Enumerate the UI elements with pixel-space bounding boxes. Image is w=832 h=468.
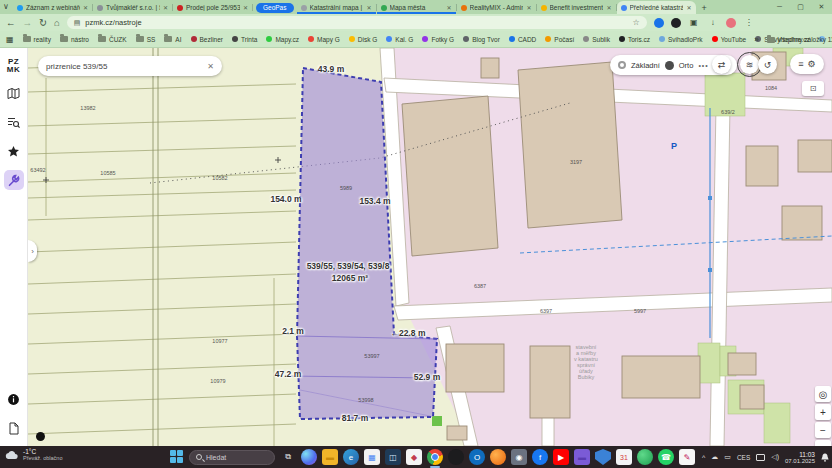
basic-map-label[interactable]: Základní: [631, 61, 660, 70]
navy-app-icon[interactable]: ◫: [385, 449, 401, 465]
clock[interactable]: 11:03 07.01.2025: [785, 451, 815, 464]
downloads-icon[interactable]: ↓: [707, 18, 719, 27]
camera-app-icon[interactable]: ◉: [511, 449, 527, 465]
maximize-button[interactable]: ▢: [790, 0, 811, 13]
bookmark-item[interactable]: Blog Tvor: [463, 36, 500, 43]
white-app-icon[interactable]: ▦: [364, 449, 380, 465]
tab-close-icon[interactable]: ✕: [686, 4, 691, 11]
url-text[interactable]: pzmk.cz/nastroje: [85, 18, 627, 27]
address-bar[interactable]: ▤ pzmk.cz/nastroje ☆: [67, 16, 647, 29]
bookmark-item[interactable]: CADD: [509, 36, 536, 43]
chrome-icon[interactable]: [427, 449, 443, 465]
bookmark-item[interactable]: Mapy.cz: [266, 36, 299, 43]
tab-close-icon[interactable]: ✕: [446, 4, 451, 11]
screenshot-pen-app-icon[interactable]: ✎: [679, 449, 695, 465]
tab-close-icon[interactable]: ✕: [243, 4, 248, 11]
weather-widget[interactable]: -1°C Převáž. oblačno: [4, 448, 62, 461]
browser-tab[interactable]: Katastrální mapa | GeoPa✕: [297, 1, 376, 14]
drop-app-icon[interactable]: ◆: [406, 449, 422, 465]
zoom-in-button[interactable]: +: [815, 404, 831, 420]
task-view-icon[interactable]: ⧉: [280, 449, 296, 465]
tab-close-icon[interactable]: ✕: [366, 4, 371, 11]
notification-bell-icon[interactable]: [821, 453, 829, 462]
outlook-icon[interactable]: O: [469, 449, 485, 465]
minimize-button[interactable]: ─: [769, 0, 790, 13]
browser-tab[interactable]: RealityMIX - Administrac✕: [457, 1, 536, 14]
bookmark-item[interactable]: reality: [23, 36, 51, 43]
info-icon[interactable]: [4, 389, 24, 409]
extension-dark-icon[interactable]: [671, 18, 681, 28]
bookmarks-overflow-icon[interactable]: »: [754, 35, 758, 44]
youtube-icon[interactable]: ▶: [553, 449, 569, 465]
tab-close-icon[interactable]: ✕: [606, 4, 611, 11]
search-value[interactable]: prizrenice 539/55: [46, 62, 207, 71]
bookmark-item[interactable]: Toris.cz: [619, 36, 650, 43]
tools-wrench-icon[interactable]: [4, 170, 24, 190]
calendar-app-icon[interactable]: 31: [616, 449, 632, 465]
hamburger-menu-icon[interactable]: ≡: [798, 59, 803, 69]
bookmark-item[interactable]: Kal. G: [386, 36, 413, 43]
purple-folder-app-icon[interactable]: ▬: [574, 449, 590, 465]
taskbar-search[interactable]: Hledat: [189, 450, 275, 465]
reload-icon[interactable]: ↻: [39, 17, 47, 28]
language-indicator[interactable]: CES: [737, 454, 750, 461]
map-canvas[interactable]: 43.9 m154.0 m153.4 m539/55, 539/54, 539/…: [28, 48, 832, 446]
compass-button[interactable]: ⇄: [712, 55, 731, 74]
forward-icon[interactable]: →: [23, 17, 33, 28]
bookmark-item[interactable]: Bezliner: [191, 36, 223, 43]
bookmark-item[interactable]: nástro: [60, 36, 89, 43]
orange-circle-app-icon[interactable]: [490, 449, 506, 465]
file-explorer-icon[interactable]: ▬: [322, 449, 338, 465]
tab-close-icon[interactable]: ✕: [526, 4, 531, 11]
browser-tab[interactable]: Tvůjmakléř s.r.o. | Systém✕: [93, 1, 172, 14]
layers-search-icon[interactable]: [4, 112, 24, 132]
basic-map-radio-icon[interactable]: [618, 61, 626, 69]
clear-search-icon[interactable]: ✕: [207, 62, 214, 71]
tray-kbd-icon[interactable]: ▭: [724, 453, 731, 461]
bookmark-item[interactable]: Počasí: [545, 36, 574, 43]
ortho-map-radio-icon[interactable]: [665, 61, 674, 70]
profile-avatar[interactable]: [726, 18, 736, 28]
shield-app-icon[interactable]: [595, 449, 611, 465]
bookmark-star-icon[interactable]: ☆: [633, 18, 640, 27]
browser-tab[interactable]: Prodej pole 25/953 m². M✕: [173, 1, 252, 14]
history-button[interactable]: ↺: [758, 55, 777, 74]
bookmark-item[interactable]: Disk G: [349, 36, 378, 43]
bookmark-item[interactable]: Sublik: [583, 36, 610, 43]
settings-gear-icon[interactable]: ⚙: [808, 59, 816, 69]
bookmark-item[interactable]: SS: [136, 36, 156, 43]
bookmark-item[interactable]: Trinta: [232, 36, 257, 43]
document-icon[interactable]: [4, 418, 24, 438]
onedrive-cloud-icon[interactable]: ☁: [711, 453, 718, 461]
browser-tab[interactable]: Mapa města✕: [377, 1, 456, 14]
speaker-icon[interactable]: ◁): [771, 453, 779, 461]
bookmark-item[interactable]: Mapy G: [308, 36, 340, 43]
close-button[interactable]: ✕: [811, 0, 832, 13]
favorites-star-icon[interactable]: [4, 141, 24, 161]
menu-settings-pill[interactable]: ≡ ⚙: [790, 54, 824, 74]
dark-circle-app-icon[interactable]: [448, 449, 464, 465]
map-book-icon[interactable]: [4, 83, 24, 103]
display-icon[interactable]: [756, 454, 765, 461]
green-circle-app-icon[interactable]: [637, 449, 653, 465]
edge-icon[interactable]: e: [343, 449, 359, 465]
extensions-puzzle-icon[interactable]: ▣: [688, 18, 700, 27]
bookmark-item[interactable]: SvihadloPrk: [659, 36, 703, 43]
menu-icon[interactable]: ⋮: [743, 18, 755, 27]
tab-search-icon[interactable]: ∨: [3, 2, 9, 11]
copilot-icon[interactable]: [301, 449, 317, 465]
start-button[interactable]: [170, 450, 184, 464]
tray-chevron-icon[interactable]: ^: [702, 454, 705, 461]
apps-grid-icon[interactable]: ▦: [6, 35, 14, 44]
whatsapp-icon[interactable]: ☎: [658, 449, 674, 465]
browser-tab[interactable]: Benefit investment, a.s. Zv✕: [537, 1, 616, 14]
home-icon[interactable]: ⌂: [54, 17, 60, 28]
tab-close-icon[interactable]: ✕: [163, 4, 168, 11]
browser-tab[interactable]: Záznam z webináře CeMu✕: [13, 1, 92, 14]
locate-button[interactable]: ◎: [815, 386, 831, 402]
map-info-dot-icon[interactable]: [36, 432, 45, 441]
bookmark-item[interactable]: ČUZK: [98, 36, 127, 43]
extension-blue-icon[interactable]: [654, 18, 664, 28]
tab-close-icon[interactable]: ✕: [83, 4, 88, 11]
back-icon[interactable]: ←: [6, 17, 16, 28]
